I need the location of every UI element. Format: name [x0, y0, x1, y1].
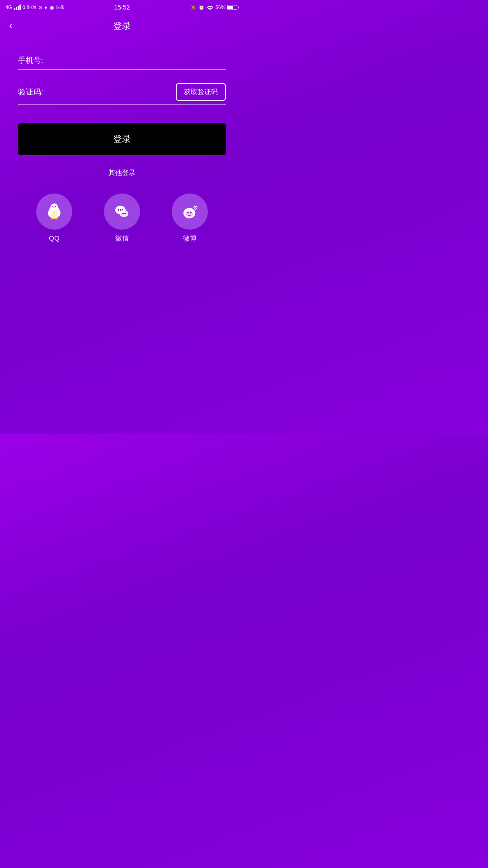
qq-login-button[interactable]: QQ [36, 193, 72, 243]
page-title: 登录 [113, 20, 131, 32]
svg-point-8 [51, 218, 54, 220]
weibo-login-button[interactable]: 微博 [172, 193, 208, 243]
svg-point-17 [122, 213, 123, 214]
qq-label: QQ [49, 234, 59, 242]
phone-input[interactable] [46, 56, 226, 65]
header: ‹ 登录 [0, 14, 244, 37]
phone-field-row: 手机号: [18, 55, 226, 70]
weibo-icon-circle [172, 193, 208, 230]
form-area: 手机号: 验证码: 获取验证码 登录 其他登录 [0, 37, 244, 243]
alarm-off-icon: 🔕 [190, 5, 197, 10]
status-time: 15:52 [114, 4, 130, 11]
divider-right [143, 173, 226, 173]
svg-point-21 [185, 211, 193, 217]
login-button[interactable]: 登录 [18, 123, 226, 155]
network-type: 4G [5, 5, 12, 10]
social-login-row: QQ 微信 [18, 193, 226, 243]
get-code-button[interactable]: 获取验证码 [176, 83, 226, 101]
wechat-icon-circle [104, 193, 140, 230]
svg-point-23 [190, 212, 192, 213]
svg-point-18 [123, 213, 125, 214]
svg-point-7 [51, 210, 57, 218]
svg-point-24 [195, 209, 196, 210]
signal-bars-icon [14, 5, 21, 10]
do-not-disturb-icon: ⊘ [38, 5, 42, 10]
message-icon: ● [44, 5, 47, 10]
gallery-icon: ▣ [49, 5, 54, 10]
svg-point-13 [117, 209, 119, 211]
battery-percent: 56% [216, 5, 225, 10]
other-login-divider: 其他登录 [18, 169, 226, 177]
svg-point-14 [120, 209, 122, 211]
wechat-login-button[interactable]: 微信 [104, 193, 140, 243]
verify-field-row: 验证码: 获取验证码 [18, 83, 226, 105]
other-login-label: 其他登录 [108, 169, 136, 177]
wechat-svg-icon [112, 202, 132, 222]
divider-left [18, 173, 101, 173]
toutiao-icon: 头条 [56, 4, 65, 10]
verify-label: 验证码: [18, 87, 43, 97]
svg-point-22 [187, 212, 189, 213]
status-right: 🔕 ⏰ 56% [190, 5, 239, 10]
verify-code-input[interactable] [46, 88, 176, 97]
status-bar: 4G 0.8K/s ⊘ ● ▣ 头条 15:52 🔕 ⏰ 56% [0, 0, 244, 14]
weibo-svg-icon [180, 202, 200, 222]
phone-label: 手机号: [18, 55, 43, 66]
qq-icon-circle [36, 193, 72, 230]
wechat-label: 微信 [115, 234, 129, 243]
alarm-icon: ⏰ [198, 5, 205, 10]
network-speed: 0.8K/s [23, 5, 37, 10]
wifi-icon [206, 5, 214, 10]
svg-point-19 [125, 213, 126, 214]
weibo-label: 微博 [183, 234, 197, 243]
back-button[interactable]: ‹ [9, 20, 12, 32]
svg-point-4 [55, 206, 56, 208]
status-left: 4G 0.8K/s ⊘ ● ▣ 头条 [5, 4, 65, 10]
svg-point-3 [52, 206, 54, 208]
svg-point-9 [55, 218, 58, 220]
qq-svg-icon [44, 202, 64, 222]
battery-icon [227, 5, 239, 10]
